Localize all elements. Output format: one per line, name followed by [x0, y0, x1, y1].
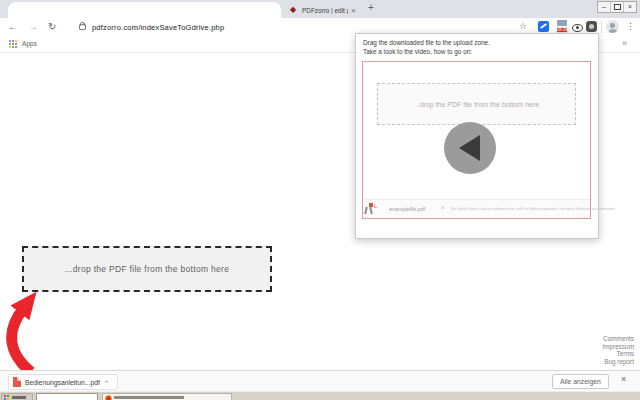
- chrome-task-label: [114, 396, 184, 399]
- video-shelf-caret-icon: ^: [441, 205, 444, 212]
- address-bar-url[interactable]: pdfzorro.com/indexSaveToGdrive.php: [92, 23, 224, 32]
- profile-avatar[interactable]: [606, 20, 619, 33]
- taskbar-chrome-task[interactable]: [102, 393, 232, 400]
- window-controls: – ×: [597, 1, 637, 13]
- popup-instruction-line2: Take a look to the video, how to go on:: [363, 48, 472, 55]
- toolbar-separator: [601, 21, 602, 33]
- video-shelf-filename: examplefile.pdf: [389, 206, 425, 211]
- lock-icon: [79, 24, 86, 30]
- apps-label[interactable]: Apps: [22, 40, 37, 47]
- play-triangle-icon: [459, 135, 480, 161]
- maximize-button[interactable]: [610, 2, 623, 12]
- minimize-button[interactable]: –: [598, 2, 610, 12]
- tab-blank-active[interactable]: [8, 2, 281, 18]
- footer-link-bug-report[interactable]: Bug report: [602, 358, 634, 366]
- start-button-label: [12, 396, 26, 399]
- page-footer-links: Comments Impressum Terms Bug report: [602, 335, 634, 365]
- page-upload-dropzone[interactable]: ...drop the PDF file from the bottom her…: [22, 246, 272, 292]
- popup-instruction-line1: Drag the downloaded file to the upload z…: [363, 39, 490, 46]
- tab-pdfzorro[interactable]: ◆ PDFzorro | edit pdf-files online ×: [283, 2, 361, 18]
- extension-screenshot-icon[interactable]: [586, 21, 597, 32]
- pdf-file-icon: [13, 377, 21, 387]
- howto-video[interactable]: ...drop the PDF file from the bottom her…: [362, 61, 591, 219]
- shelf-close-icon[interactable]: ×: [621, 374, 626, 384]
- apps-grid-icon[interactable]: [9, 40, 17, 48]
- os-taskbar: [0, 391, 640, 400]
- tab-strip: ◆ PDFzorro | edit pdf-files online × + –…: [0, 0, 640, 18]
- video-play-button[interactable]: [444, 122, 496, 174]
- video-dropzone-text: ...drop the PDF file from the bottom her…: [414, 101, 539, 108]
- extension-badge: 08:08: [557, 28, 567, 32]
- windows-flag-icon: [4, 395, 9, 400]
- browser-menu-icon[interactable]: ⋮: [626, 21, 635, 31]
- browser-window: ◆ PDFzorro | edit pdf-files online × + –…: [0, 0, 640, 400]
- instruction-popup: Drag the downloaded file to the upload z…: [355, 33, 599, 239]
- video-dropzone: ...drop the PDF file from the bottom her…: [377, 83, 576, 125]
- extension-eye-icon[interactable]: [572, 24, 583, 32]
- video-download-shelf: examplefile.pdf ^ Mit Gratis Konto Datei…: [363, 199, 590, 218]
- footer-link-comments[interactable]: Comments: [602, 335, 634, 343]
- back-icon[interactable]: ←: [8, 21, 18, 32]
- bookmark-star-icon[interactable]: ☆: [519, 21, 527, 31]
- pdfzorro-favicon-icon: ◆: [290, 6, 298, 14]
- red-arrow-annotation: [2, 292, 54, 374]
- download-shelf: Bedienungsanleitun...pdf ^ Alle anzeigen…: [0, 370, 640, 392]
- taskbar-search-box[interactable]: [36, 393, 98, 400]
- start-button[interactable]: [1, 393, 33, 400]
- downloaded-file-item[interactable]: Bedienungsanleitun...pdf ^: [8, 374, 118, 390]
- bookmarks-overflow-chevron[interactable]: »: [622, 38, 627, 48]
- reload-icon[interactable]: ↻: [48, 21, 56, 32]
- extension-blue-icon[interactable]: [538, 21, 549, 32]
- video-ad-text: Mit Gratis Konto Dateien aufbewahren, au…: [451, 207, 581, 211]
- tab-title: PDFzorro | edit pdf-files online: [302, 7, 348, 14]
- show-all-downloads-button[interactable]: Alle anzeigen: [552, 374, 609, 389]
- tab-close-icon[interactable]: ×: [351, 6, 356, 15]
- forward-icon[interactable]: →: [28, 21, 38, 32]
- new-tab-button[interactable]: +: [368, 2, 374, 13]
- footer-link-terms[interactable]: Terms: [602, 350, 634, 358]
- chrome-task-icon: [105, 395, 112, 400]
- downloaded-file-name: Bedienungsanleitun...pdf: [25, 379, 100, 386]
- extension-timer-icon[interactable]: 08:08: [555, 20, 569, 33]
- page-dropzone-text: ...drop the PDF file from the bottom her…: [65, 264, 229, 274]
- download-item-caret-icon[interactable]: ^: [105, 378, 109, 387]
- footer-link-impressum[interactable]: Impressum: [602, 343, 634, 351]
- close-button[interactable]: ×: [623, 2, 636, 12]
